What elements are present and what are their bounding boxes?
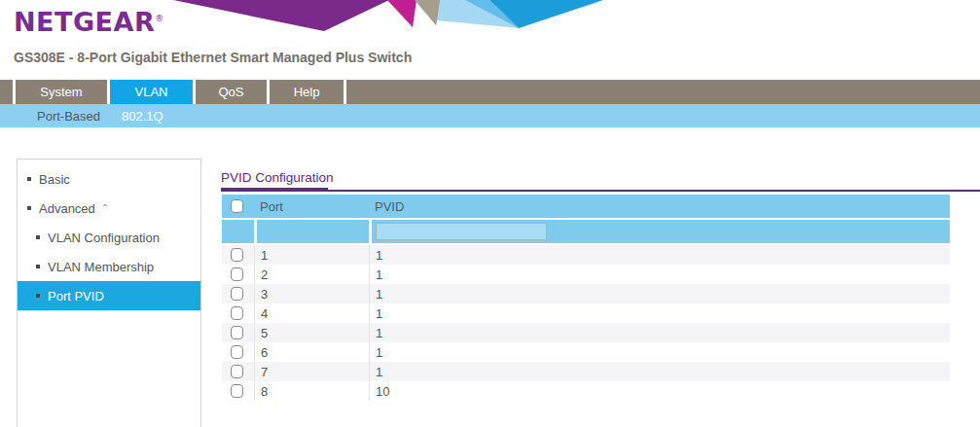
sub-nav: Port-Based 802.1Q xyxy=(0,104,980,127)
filter-checkbox-cell xyxy=(222,220,254,243)
table-row: 5 1 xyxy=(222,323,950,342)
port-cell: 7 xyxy=(254,362,369,381)
row-checkbox[interactable] xyxy=(231,384,243,398)
filter-row xyxy=(222,220,950,243)
column-header-port: Port xyxy=(254,195,369,218)
bullet-icon xyxy=(36,294,40,298)
table-row: 8 10 xyxy=(222,381,950,401)
row-checkbox[interactable] xyxy=(231,287,243,301)
port-cell: 3 xyxy=(254,284,369,303)
tab-vlan[interactable]: VLAN xyxy=(107,80,193,104)
heading-underline-thick xyxy=(221,188,328,192)
table-row: 7 1 xyxy=(222,362,950,381)
pvid-cell: 1 xyxy=(369,284,950,303)
port-cell: 1 xyxy=(254,245,369,265)
port-cell: 5 xyxy=(254,323,369,342)
netgear-logo: NETGEAR® xyxy=(14,7,164,37)
row-checkbox[interactable] xyxy=(231,267,243,281)
brand-banner-graphic xyxy=(154,0,616,32)
pvid-cell: 1 xyxy=(369,265,950,284)
pvid-table: Port PVID 1 1 2 1 3 1 4 1 xyxy=(222,195,950,401)
row-checkbox[interactable] xyxy=(231,365,243,378)
bullet-icon xyxy=(27,177,31,181)
sidebar: Basic Advanced ⌃ VLAN Configuration VLAN… xyxy=(17,159,201,427)
sidebar-item-vlan-membership[interactable]: VLAN Membership xyxy=(18,252,200,281)
sidebar-item-label: VLAN Configuration xyxy=(48,231,160,245)
nav-filler xyxy=(344,80,980,104)
table-header-row: Port PVID xyxy=(222,195,950,218)
tab-system[interactable]: System xyxy=(13,80,107,104)
row-checkbox[interactable] xyxy=(231,248,243,262)
pvid-configuration-heading: PVID Configuration xyxy=(221,170,334,185)
pvid-cell: 10 xyxy=(369,381,950,401)
table-row: 1 1 xyxy=(222,245,950,265)
sidebar-item-label: Port PVID xyxy=(48,289,104,303)
row-checkbox[interactable] xyxy=(231,306,243,320)
tab-help[interactable]: Help xyxy=(267,80,344,104)
select-all-checkbox[interactable] xyxy=(231,199,243,213)
collapse-caret-icon: ⌃ xyxy=(101,203,109,213)
pvid-cell: 1 xyxy=(369,362,950,381)
pvid-filter-input[interactable] xyxy=(376,223,547,240)
page-title: GS308E - 8-Port Gigabit Ethernet Smart M… xyxy=(14,50,412,65)
table-row: 4 1 xyxy=(222,303,950,323)
pvid-filter-cell xyxy=(369,220,950,243)
port-filter-cell xyxy=(254,220,369,243)
port-cell: 6 xyxy=(254,342,369,362)
pvid-cell: 1 xyxy=(369,342,950,362)
sidebar-item-label: Advanced xyxy=(39,201,95,216)
heading-underline-thin xyxy=(328,190,980,192)
nav-spacer xyxy=(0,80,13,104)
sidebar-item-port-pvid[interactable]: Port PVID xyxy=(18,281,200,310)
sidebar-item-label: VLAN Membership xyxy=(48,260,154,274)
port-cell: 4 xyxy=(254,303,369,323)
sidebar-item-advanced[interactable]: Advanced ⌃ xyxy=(18,194,200,223)
heading-underline xyxy=(221,188,980,192)
bullet-icon xyxy=(27,206,31,210)
column-header-pvid: PVID xyxy=(369,195,950,218)
table-row: 3 1 xyxy=(222,284,950,303)
main-nav: System VLAN QoS Help xyxy=(0,80,980,104)
port-cell: 8 xyxy=(254,381,369,401)
sidebar-item-basic[interactable]: Basic xyxy=(18,164,200,194)
page: NETGEAR® GS308E - 8-Port Gigabit Etherne… xyxy=(0,0,980,427)
subnav-item-port-based[interactable]: Port-Based xyxy=(37,109,100,124)
pvid-cell: 1 xyxy=(369,323,950,342)
bullet-icon xyxy=(36,235,40,239)
table-row: 6 1 xyxy=(222,342,950,362)
table-row: 2 1 xyxy=(222,265,950,284)
bullet-icon xyxy=(36,265,40,268)
row-checkbox[interactable] xyxy=(231,345,243,359)
tab-qos[interactable]: QoS xyxy=(193,80,267,104)
sidebar-item-label: Basic xyxy=(39,172,70,187)
pvid-cell: 1 xyxy=(369,303,950,323)
subnav-item-8021q[interactable]: 802.1Q xyxy=(122,109,163,124)
row-checkbox[interactable] xyxy=(231,326,243,339)
port-cell: 2 xyxy=(254,265,369,284)
sidebar-item-vlan-configuration[interactable]: VLAN Configuration xyxy=(18,223,200,252)
pvid-cell: 1 xyxy=(369,245,950,265)
